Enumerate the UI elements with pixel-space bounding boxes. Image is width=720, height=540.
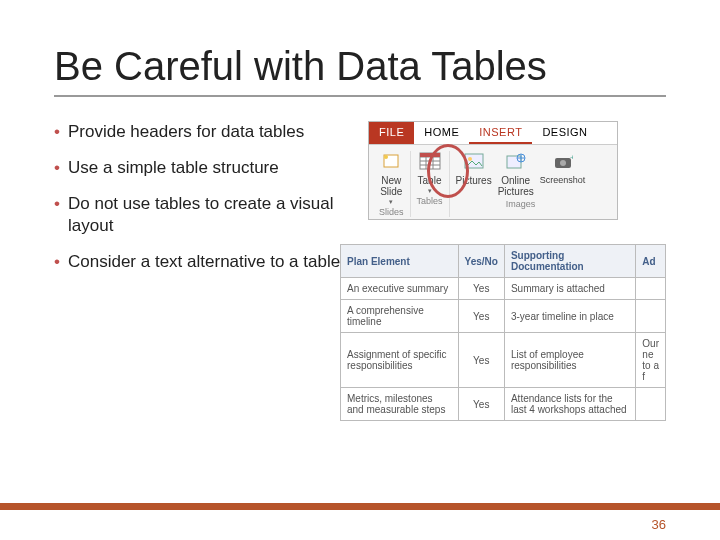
table-header: Plan Element xyxy=(341,245,459,278)
pictures-icon xyxy=(462,151,486,173)
table-header: Ad xyxy=(636,245,666,278)
slide-title: Be Careful with Data Tables xyxy=(54,44,666,97)
table-row: A comprehensive timeline Yes 3-year time… xyxy=(341,300,666,333)
table-icon xyxy=(418,151,442,173)
screenshot-button: + Screenshot xyxy=(540,151,586,197)
ribbon-tab-insert: INSERT xyxy=(469,122,532,144)
online-pictures-button: Online Pictures xyxy=(498,151,534,197)
pictures-button: Pictures xyxy=(456,151,492,197)
new-slide-icon xyxy=(379,151,403,173)
ribbon-tab-design: DESIGN xyxy=(532,122,597,144)
ribbon-tab-file: FILE xyxy=(369,122,414,144)
svg-rect-8 xyxy=(420,153,440,157)
svg-text:+: + xyxy=(570,154,573,162)
page-number: 36 xyxy=(652,517,666,532)
svg-point-10 xyxy=(468,157,472,161)
table-header: Yes/No xyxy=(458,245,504,278)
ribbon-group-images: Images xyxy=(506,199,536,209)
online-pictures-icon xyxy=(504,151,528,173)
table-row: Assignment of specific responsibilities … xyxy=(341,333,666,388)
bullet-item: Consider a text alternative to a table xyxy=(54,251,350,273)
chevron-down-icon: ▾ xyxy=(389,199,393,205)
ribbon-tab-home: HOME xyxy=(414,122,469,144)
table-row: An executive summary Yes Summary is atta… xyxy=(341,278,666,300)
table-row: Metrics, milestones and measurable steps… xyxy=(341,388,666,421)
screenshot-icon: + xyxy=(551,151,575,173)
bullet-item: Provide headers for data tables xyxy=(54,121,350,143)
table-button: Table ▾ xyxy=(418,151,442,194)
table-header: Supporting Documentation xyxy=(504,245,635,278)
ribbon-group-tables: Tables xyxy=(417,196,443,206)
chevron-down-icon: ▾ xyxy=(428,188,432,194)
svg-point-16 xyxy=(560,160,566,166)
ribbon-screenshot: FILE HOME INSERT DESIGN New Slide xyxy=(368,121,618,220)
footer-accent-bar xyxy=(0,503,720,510)
sample-data-table: Plan Element Yes/No Supporting Documenta… xyxy=(340,244,666,421)
bullet-item: Use a simple table structure xyxy=(54,157,350,179)
svg-point-1 xyxy=(384,155,388,159)
new-slide-button: New Slide ▾ xyxy=(379,151,403,205)
bullet-list: Provide headers for data tables Use a si… xyxy=(54,121,350,421)
ribbon-group-slides: Slides xyxy=(379,207,404,217)
bullet-item: Do not use tables to create a visual lay… xyxy=(54,193,350,237)
